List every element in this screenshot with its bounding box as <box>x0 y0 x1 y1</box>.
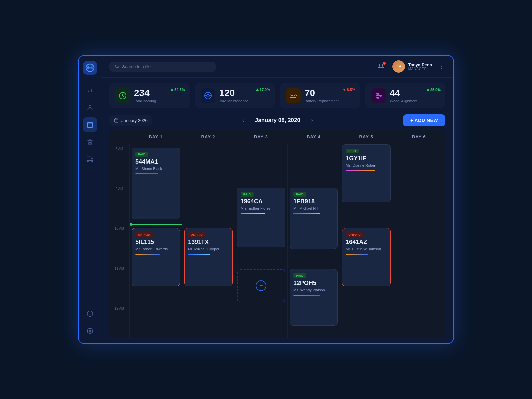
svg-marker-18 <box>171 88 173 91</box>
search-box[interactable]: Search in a file <box>109 62 216 72</box>
stat-change-tyre: 17.0% <box>256 88 270 92</box>
svg-point-1 <box>87 66 90 69</box>
sidebar-item-truck[interactable] <box>83 152 97 167</box>
month-picker[interactable]: January 2020 <box>109 115 152 126</box>
search-icon <box>115 64 119 69</box>
bay-col-4: PAID 1FB918 Mr. Michael Hill PAID 12POH5… <box>287 144 340 338</box>
status-badge-paid-1gy: PAID <box>346 149 359 153</box>
booking-5il115[interactable]: UNPAID 5IL115 Mr. Robert Edwards <box>132 228 180 286</box>
sidebar-item-info[interactable] <box>83 306 97 321</box>
booking-1gy1if[interactable]: PAID 1GY1IF Ms. Dianne Robert <box>342 144 390 202</box>
up-arrow-icon-align <box>426 88 430 91</box>
name-5il115: Mr. Robert Edwards <box>135 247 176 251</box>
svg-marker-31 <box>343 89 346 91</box>
status-badge-unpaid-5il: UNPAID <box>135 232 153 237</box>
bar-1391tx <box>188 254 210 255</box>
alignment-icon <box>371 88 386 103</box>
stat-change-booking: 32.5% <box>170 88 185 92</box>
app-logo[interactable] <box>83 61 97 75</box>
name-12poh5: Ms. Wendy Watson <box>293 288 334 292</box>
svg-point-20 <box>207 94 209 97</box>
plate-1fb918: 1FB918 <box>293 199 334 205</box>
booking-1964ca[interactable]: PAID 1964CA Mrs. Esther Flores <box>237 188 285 247</box>
svg-marker-25 <box>256 88 259 91</box>
bar-1fb918 <box>293 213 320 214</box>
svg-rect-4 <box>87 122 92 127</box>
time-11am: 11 AM <box>109 264 129 304</box>
booking-1fb918[interactable]: PAID 1FB918 Mr. Michael Hill <box>290 188 338 249</box>
add-circle-icon: + <box>256 280 266 291</box>
status-badge-unpaid-1641: UNPAID <box>346 232 363 237</box>
booking-1641az[interactable]: UNPAID 1641AZ Mr. Dustin Williamson <box>342 228 390 286</box>
stat-label-alignment: Wheel Alignment <box>390 99 440 103</box>
add-new-button[interactable]: + ADD NEW <box>403 114 445 126</box>
bay-col-5: PAID 1GY1IF Ms. Dianne Robert UNPAID 164… <box>340 144 392 338</box>
schedule-grid: BAY 1 BAY 2 BAY 3 BAY 4 BAY 5 BAY 6 8 AM… <box>109 130 445 338</box>
stat-card-battery[interactable]: 70 Battery Replacement 8.5% <box>280 83 360 108</box>
sidebar-item-chart[interactable] <box>83 83 97 97</box>
name-1391tx: Mr. Mitchell Cooper <box>188 247 229 251</box>
bay6-slot-12am <box>393 304 445 338</box>
sidebar-bottom <box>83 306 97 338</box>
add-booking-bay3[interactable]: + <box>237 269 285 302</box>
stat-card-alignment[interactable]: 44 Wheel Alignment 25.0% <box>365 83 446 108</box>
stat-label-battery: Battery Replacement <box>305 99 354 103</box>
name-1641az: Mr. Dustin Williamson <box>346 247 387 251</box>
bay3-slot-12am <box>235 304 287 338</box>
bay6-slot-11am <box>393 264 445 304</box>
avatar: TP <box>392 60 405 73</box>
bay2-slot-8am <box>182 144 234 184</box>
outer-background: Search in a file TP Tanya Pena <box>0 0 532 399</box>
svg-rect-36 <box>115 119 118 122</box>
time-10am: 10 AM <box>109 224 129 264</box>
more-options-button[interactable]: ⋮ <box>437 62 445 71</box>
bay5-header: BAY 5 <box>340 130 392 144</box>
plate-1641az: 1641AZ <box>346 239 387 246</box>
user-info[interactable]: TP Tanya Pena MANAGER <box>392 60 432 73</box>
month-label: January 2020 <box>121 118 148 123</box>
search-placeholder: Search in a file <box>122 64 151 69</box>
booking-1391tx[interactable]: UNPAID 1391TX Mr. Mitchell Cooper <box>184 228 232 286</box>
plate-1391tx: 1391TX <box>188 239 229 246</box>
bay4-slot-8am <box>288 144 340 184</box>
time-8am: 8 AM <box>109 144 129 184</box>
svg-marker-35 <box>427 88 429 91</box>
notification-dot <box>383 62 386 65</box>
up-arrow-icon <box>170 88 174 91</box>
notification-button[interactable] <box>375 61 387 72</box>
app-window: Search in a file TP Tanya Pena <box>78 55 454 344</box>
toolbar: January 2020 ‹ January 08, 2020 › + ADD … <box>101 112 453 130</box>
down-arrow-icon <box>343 88 346 91</box>
bar-5il115 <box>135 254 160 255</box>
sidebar <box>79 56 101 343</box>
bar-1641az <box>346 254 368 255</box>
bay-col-1: PAID 544MA1 Mr. Shane Black UNPAID 5IL11… <box>129 144 182 338</box>
prev-date-button[interactable]: ‹ <box>240 116 247 125</box>
sidebar-item-user[interactable] <box>83 100 97 115</box>
bay1-header: BAY 1 <box>129 130 182 144</box>
bay-col-6 <box>393 144 445 338</box>
bay2-header: BAY 2 <box>182 130 234 144</box>
bay6-slot-9am <box>393 184 445 224</box>
header-right: TP Tanya Pena MANAGER ⋮ <box>375 60 445 73</box>
sidebar-item-settings[interactable] <box>83 324 97 338</box>
stats-row: 234 Total Booking 32.5% <box>101 78 453 112</box>
booking-544ma1[interactable]: PAID 544MA1 Mr. Shane Black <box>132 148 180 219</box>
stat-change-battery: 8.5% <box>343 88 355 92</box>
bay2-slot-9am <box>182 184 234 224</box>
svg-point-2 <box>90 66 93 69</box>
stat-card-booking[interactable]: 234 Total Booking 32.5% <box>109 83 190 108</box>
booking-12poh5[interactable]: PAID 12POH5 Ms. Wendy Watson <box>290 269 338 326</box>
booking-icon <box>115 88 130 103</box>
next-date-button[interactable]: › <box>308 116 316 125</box>
sidebar-nav <box>83 83 97 306</box>
plate-12poh5: 12POH5 <box>293 280 334 287</box>
bay1-slot-12am <box>130 304 182 338</box>
calendar-small-icon <box>114 118 119 123</box>
stat-card-tyre[interactable]: 120 Tyre Maintenance 17.0% <box>195 83 275 108</box>
date-navigation: ‹ January 08, 2020 › <box>158 116 398 125</box>
svg-point-3 <box>89 105 91 107</box>
sidebar-item-trash[interactable] <box>83 135 97 149</box>
bay6-slot-10am <box>393 224 445 264</box>
sidebar-item-calendar[interactable] <box>83 117 97 132</box>
